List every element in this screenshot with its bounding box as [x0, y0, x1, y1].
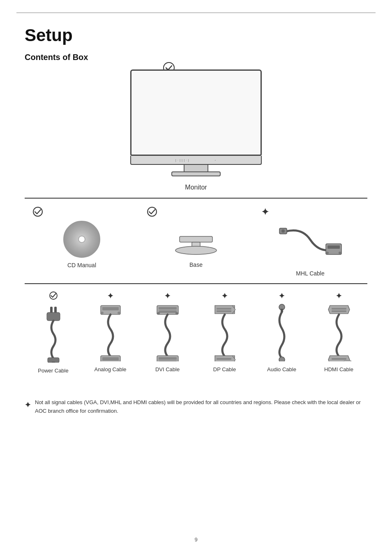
- power-cable-icon: [41, 305, 66, 364]
- svg-rect-34: [217, 308, 231, 310]
- svg-rect-15: [47, 312, 60, 321]
- hdmi-star-icon: ✦: [336, 291, 342, 301]
- dp-cable-icon: [212, 304, 237, 363]
- hdmi-cable-cell: ✦ HDMI Cable: [310, 291, 367, 372]
- cd-manual-cell: CD Manual: [25, 207, 139, 268]
- audio-cable-cell: ✦ Audio Cable: [253, 291, 310, 372]
- dvi-cable-label: DVI Cable: [155, 366, 180, 372]
- power-cable-cell: Power Cable: [25, 291, 82, 374]
- base-cell: Base: [139, 207, 253, 268]
- svg-point-30: [175, 312, 178, 314]
- analog-header: ✦: [82, 291, 139, 301]
- audio-star-icon: ✦: [279, 291, 285, 301]
- svg-rect-9: [327, 245, 340, 249]
- svg-rect-40: [332, 308, 346, 310]
- svg-rect-35: [217, 310, 231, 312]
- svg-rect-19: [102, 307, 119, 310]
- page-content: Setup Contents of Box |·|||·| • Monitor: [0, 13, 392, 440]
- svg-rect-17: [52, 362, 55, 363]
- svg-point-39: [279, 357, 285, 361]
- dvi-star-icon: ✦: [164, 291, 171, 301]
- dvi-cable-icon: [155, 304, 180, 363]
- monitor-chin: |·|||·| •: [130, 156, 262, 165]
- svg-rect-26: [157, 305, 178, 314]
- monitor-wrapper: |·|||·| •: [130, 69, 262, 176]
- svg-rect-28: [159, 310, 177, 313]
- analog-cable-label: Analog Cable: [94, 366, 126, 372]
- footnote-section: ✦ Not all signal cables (VGA, DVI,MHL an…: [25, 394, 367, 416]
- cd-label: CD Manual: [67, 262, 96, 268]
- hdmi-cable-icon: [327, 304, 351, 363]
- power-cable-label: Power Cable: [38, 368, 68, 374]
- audio-header: ✦: [253, 291, 310, 301]
- footnote-text: Not all signal cables (VGA, DVI,MHL and …: [35, 398, 367, 416]
- cd-hole: [78, 236, 85, 243]
- mhl-label: MHL Cable: [296, 270, 325, 277]
- audio-cable-label: Audio Cable: [267, 366, 296, 372]
- svg-rect-43: [344, 361, 351, 361]
- svg-point-29: [157, 312, 160, 314]
- section-title: Contents of Box: [25, 53, 367, 62]
- monitor-label: Monitor: [185, 184, 207, 191]
- svg-point-20: [101, 312, 104, 314]
- svg-rect-41: [332, 310, 346, 312]
- analog-cable-cell: ✦ Analog Cable: [82, 291, 139, 372]
- svg-rect-27: [159, 307, 177, 310]
- svg-rect-36: [217, 358, 231, 360]
- audio-cable-icon: [270, 304, 294, 363]
- svg-rect-23: [102, 357, 119, 361]
- mhl-cable-icon: [277, 223, 343, 266]
- svg-point-7: [281, 229, 285, 233]
- page-title: Setup: [25, 25, 367, 45]
- dvi-cable-cell: ✦ DVI Cable: [139, 291, 196, 372]
- hdmi-cable-label: HDMI Cable: [324, 366, 353, 372]
- monitor-section: |·|||·| • Monitor: [25, 69, 367, 199]
- footnote-star-icon: ✦: [25, 399, 31, 411]
- svg-rect-32: [159, 357, 177, 360]
- dp-star-icon: ✦: [221, 291, 228, 301]
- row2: CD Manual Base ✦: [25, 199, 367, 284]
- cd-disc-icon: [63, 221, 100, 258]
- analog-star-icon: ✦: [107, 291, 113, 301]
- dp-cable-cell: ✦ DP Cable: [196, 291, 253, 372]
- dvi-header: ✦: [139, 291, 196, 301]
- mhl-cable-cell: ✦ MHL Cable: [253, 207, 367, 277]
- svg-rect-3: [180, 236, 212, 242]
- monitor-base: [171, 171, 221, 176]
- cables-row: Power Cable ✦: [25, 284, 367, 378]
- cd-checkmark-icon: [33, 207, 43, 219]
- svg-rect-42: [332, 358, 346, 360]
- analog-cable-icon: [98, 304, 123, 363]
- svg-point-11: [339, 252, 341, 254]
- power-checkmark-icon: [49, 291, 58, 302]
- dp-cable-label: DP Cable: [213, 366, 236, 372]
- svg-rect-33: [159, 361, 177, 361]
- svg-point-5: [175, 246, 217, 254]
- svg-point-21: [118, 312, 120, 314]
- base-stand-icon: [157, 233, 235, 257]
- mhl-star-icon: ✦: [261, 207, 269, 217]
- base-checkmark-icon: [147, 207, 157, 219]
- svg-point-10: [326, 252, 329, 254]
- monitor-screen: [130, 69, 262, 156]
- page-number: 9: [0, 536, 392, 543]
- base-label: Base: [189, 261, 203, 268]
- dp-header: ✦: [196, 291, 253, 301]
- hdmi-header: ✦: [310, 291, 367, 301]
- power-header: [25, 291, 82, 302]
